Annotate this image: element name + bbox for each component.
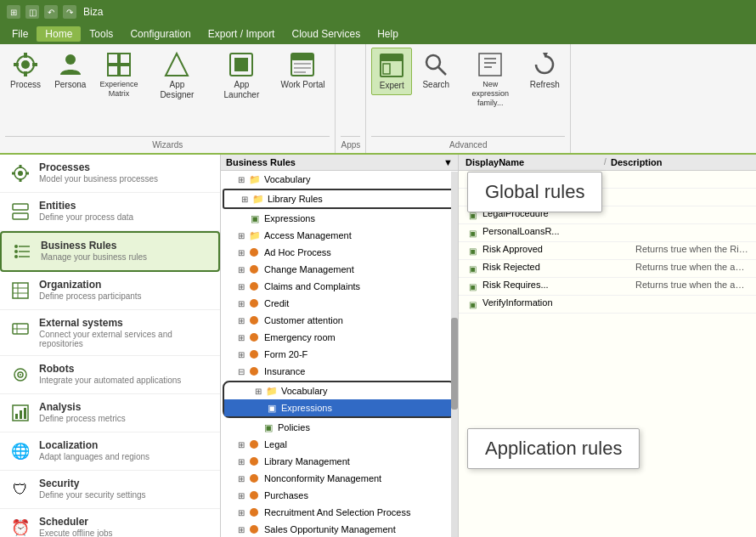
tree-item-library-rules[interactable]: ⊞ 📁 Library Rules bbox=[223, 189, 456, 209]
sidebar-item-business-rules[interactable]: Business Rules Manage your business rule… bbox=[0, 231, 220, 272]
tree-item-emergency[interactable]: ⊞ Emergency room bbox=[221, 329, 458, 346]
security-title: Security bbox=[39, 478, 146, 489]
bullet-recruitment-icon bbox=[248, 506, 262, 519]
ribbon-btn-refresh[interactable]: Refresh bbox=[524, 48, 565, 93]
expand-form20f[interactable]: ⊞ bbox=[234, 348, 248, 361]
svg-rect-54 bbox=[15, 414, 18, 419]
tree-item-vocabulary[interactable]: ⊞ 📁 Vocabulary bbox=[221, 171, 458, 188]
title-icon-1: ⊞ bbox=[7, 5, 20, 19]
refresh-label: Refresh bbox=[530, 80, 560, 90]
ins-vocabulary-label: Vocabulary bbox=[281, 386, 451, 396]
svg-rect-16 bbox=[294, 63, 311, 65]
sidebar-item-robots[interactable]: Robots Integrate your automated applicat… bbox=[0, 356, 220, 394]
tree-item-access-mgmt[interactable]: ⊞ 📁 Access Management bbox=[221, 227, 458, 244]
sort-indicator[interactable]: / bbox=[604, 157, 611, 167]
menu-tools[interactable]: Tools bbox=[81, 26, 121, 42]
bullet-library-mgmt-icon bbox=[248, 455, 262, 468]
tree-item-sales[interactable]: ⊞ Sales Opportunity Management bbox=[221, 521, 458, 537]
tree-item-ins-policies[interactable]: ⊞ ▣ Policies bbox=[221, 419, 458, 436]
menu-configuration[interactable]: Configuration bbox=[121, 26, 199, 42]
row-desc-d bbox=[635, 190, 749, 204]
row-verify-info[interactable]: ▣ VerifyInformation bbox=[459, 296, 756, 314]
expand-vocabulary[interactable]: ⊞ bbox=[234, 172, 248, 186]
sidebar-item-localization[interactable]: 🌐 Localization Adapt languages and regio… bbox=[0, 432, 220, 471]
external-subtitle: Connect your external services and repos… bbox=[39, 330, 212, 348]
advanced-section-label: Advanced bbox=[371, 136, 565, 150]
app-designer-label: App Designer bbox=[151, 80, 202, 100]
expand-change[interactable]: ⊞ bbox=[234, 263, 248, 276]
menu-help[interactable]: Help bbox=[369, 26, 407, 42]
tree-scrollbar[interactable] bbox=[451, 172, 458, 537]
app-title: Biza bbox=[83, 6, 103, 18]
bullet-emergency-icon bbox=[248, 331, 262, 344]
expand-legal[interactable]: ⊞ bbox=[234, 438, 248, 451]
tree-item-claims[interactable]: ⊞ Claims and Complaints bbox=[221, 278, 458, 295]
ribbon-btn-work-portal[interactable]: Work Portal bbox=[275, 48, 330, 93]
tree-item-ins-expressions[interactable]: ⊞ ▣ Expressions bbox=[224, 399, 454, 416]
expand-adhoc[interactable]: ⊞ bbox=[234, 246, 248, 259]
claims-label: Claims and Complaints bbox=[264, 281, 454, 291]
tree-item-adhoc[interactable]: ⊞ Ad Hoc Process bbox=[221, 244, 458, 261]
sidebar-item-organization[interactable]: Organization Define process participants bbox=[0, 272, 220, 310]
sidebar-item-entities[interactable]: Entities Define your process data bbox=[0, 193, 220, 231]
sidebar-item-processes[interactable]: Processes Model your business processes bbox=[0, 155, 220, 193]
tree-item-credit[interactable]: ⊞ Credit bbox=[221, 295, 458, 312]
ribbon-btn-process[interactable]: Process bbox=[5, 48, 46, 93]
expand-sales[interactable]: ⊞ bbox=[234, 523, 248, 536]
tree-item-library-mgmt[interactable]: ⊞ Library Management bbox=[221, 453, 458, 470]
ribbon-btn-app-launcher[interactable]: App Launcher bbox=[211, 48, 272, 104]
sidebar-item-scheduler[interactable]: ⏰ Scheduler Execute offline jobs bbox=[0, 509, 220, 537]
scheduler-icon: ⏰ bbox=[8, 516, 32, 537]
row-desc-rreq: Returns true when the analysis result re… bbox=[635, 280, 749, 293]
expand-customer[interactable]: ⊞ bbox=[234, 314, 248, 327]
menu-cloud[interactable]: Cloud Services bbox=[283, 26, 369, 42]
bullet-sales-icon bbox=[248, 523, 262, 536]
processes-icon bbox=[8, 161, 32, 185]
row-personal-loans[interactable]: ▣ PersonalLoansR... bbox=[459, 224, 756, 242]
tree-item-customer[interactable]: ⊞ Customer attention bbox=[221, 312, 458, 329]
sidebar-item-external[interactable]: External systems Connect your external s… bbox=[0, 310, 220, 356]
row-risk-requires[interactable]: ▣ Risk Requires... Returns true when the… bbox=[459, 278, 756, 296]
expand-nonconformity[interactable]: ⊞ bbox=[234, 472, 248, 485]
menu-home[interactable]: Home bbox=[37, 26, 81, 42]
expand-credit[interactable]: ⊞ bbox=[234, 297, 248, 310]
app-launcher-label: App Launcher bbox=[216, 80, 267, 100]
ribbon-btn-new-expression[interactable]: New expression family... bbox=[460, 48, 521, 110]
tree-item-purchases[interactable]: ⊞ Purchases bbox=[221, 487, 458, 504]
ribbon-btn-experience[interactable]: ExperienceMatrix bbox=[94, 48, 143, 102]
ribbon-btn-search[interactable]: Search bbox=[415, 48, 456, 93]
bullet-insurance-icon bbox=[248, 365, 262, 378]
expand-ins-vocabulary[interactable]: ⊞ bbox=[251, 384, 265, 398]
ribbon-btn-persona[interactable]: Persona bbox=[49, 48, 91, 93]
change-mgmt-label: Change Management bbox=[264, 264, 454, 274]
tree-item-change-mgmt[interactable]: ⊞ Change Management bbox=[221, 261, 458, 278]
expand-purchases[interactable]: ⊞ bbox=[234, 489, 248, 502]
svg-rect-15 bbox=[291, 54, 313, 60]
tree-item-nonconformity[interactable]: ⊞ Nonconformity Management bbox=[221, 470, 458, 487]
tree-item-insurance[interactable]: ⊟ Insurance bbox=[221, 363, 458, 380]
tree-item-ins-vocabulary[interactable]: ⊞ 📁 Vocabulary bbox=[224, 382, 454, 399]
row-desc-co bbox=[635, 172, 749, 186]
expand-library-rules[interactable]: ⊞ bbox=[238, 192, 251, 206]
tree-item-expressions[interactable]: ⊞ ▣ Expressions bbox=[221, 210, 458, 227]
menu-file[interactable]: File bbox=[3, 26, 37, 42]
tree-item-form20f[interactable]: ⊞ Form 20-F bbox=[221, 346, 458, 363]
expand-recruitment[interactable]: ⊞ bbox=[234, 506, 248, 519]
search-ribbon-icon bbox=[422, 51, 449, 78]
expand-emergency[interactable]: ⊞ bbox=[234, 331, 248, 344]
sidebar-item-analysis[interactable]: Analysis Define process metrics bbox=[0, 394, 220, 432]
ribbon-btn-expert[interactable]: Expert bbox=[371, 48, 412, 95]
expand-access[interactable]: ⊞ bbox=[234, 229, 248, 242]
tree-item-recruitment[interactable]: ⊞ Recruitment And Selection Process bbox=[221, 504, 458, 521]
row-desc-ra: Returns true when the Risk is approved bbox=[635, 244, 749, 257]
tree-item-legal[interactable]: ⊞ Legal bbox=[221, 436, 458, 453]
row-risk-rejected[interactable]: ▣ Risk Rejected Returns true when the an… bbox=[459, 260, 756, 278]
menu-export-import[interactable]: Export / Import bbox=[200, 26, 284, 42]
sidebar-item-security[interactable]: 🛡 Security Define your security settings bbox=[0, 471, 220, 509]
content-panel: DisplayName / Description ▣ CustomerOrie… bbox=[459, 155, 756, 537]
ribbon-btn-app-designer[interactable]: App Designer bbox=[146, 48, 207, 104]
expand-insurance[interactable]: ⊟ bbox=[234, 365, 248, 378]
expand-claims[interactable]: ⊞ bbox=[234, 280, 248, 293]
expand-library-mgmt[interactable]: ⊞ bbox=[234, 455, 248, 468]
row-risk-approved[interactable]: ▣ Risk Approved Returns true when the Ri… bbox=[459, 242, 756, 260]
